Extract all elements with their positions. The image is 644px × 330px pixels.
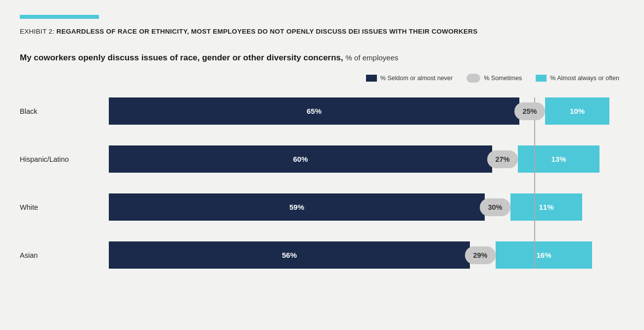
bar-dark: 59%	[109, 193, 485, 221]
bars-group: 60%27%13%	[109, 145, 624, 173]
bar-row: Hispanic/Latino60%27%13%	[109, 145, 624, 173]
legend-swatch-gray	[466, 74, 480, 83]
legend-label-dark: % Seldom or almost never	[380, 75, 453, 82]
bar-label: Asian	[20, 251, 104, 259]
legend-item-dark: % Seldom or almost never	[366, 75, 453, 82]
exhibit-title: EXHIBIT 2: REGARDLESS OF RACE OR ETHNICI…	[20, 28, 624, 35]
bar-cyan: 10%	[545, 97, 609, 125]
legend-swatch-cyan	[536, 75, 547, 82]
chart-area: Black65%25%10%Hispanic/Latino60%27%13%Wh…	[20, 97, 624, 269]
legend-item-cyan: % Almost always or often	[536, 75, 619, 82]
bars-group: 56%29%16%	[109, 241, 624, 269]
chart-title: My coworkers openly discuss issues of ra…	[20, 53, 624, 63]
bar-label: White	[20, 203, 104, 211]
legend-item-gray: % Sometimes	[466, 74, 522, 83]
bar-cyan: 13%	[518, 145, 599, 173]
bar-gray-pill: 30%	[480, 198, 510, 216]
bar-gray-pill: 25%	[514, 102, 545, 120]
bar-cyan: 16%	[496, 241, 592, 269]
bar-dark: 60%	[109, 145, 492, 173]
chart-subtitle: % of employees	[346, 53, 399, 62]
bar-gray-pill: 29%	[465, 246, 496, 264]
bar-dark: 56%	[109, 241, 470, 269]
bar-row: White59%30%11%	[109, 193, 624, 221]
exhibit-heading: REGARDLESS OF RACE OR ETHNICITY, MOST EM…	[56, 28, 478, 35]
chart-title-text: My coworkers openly discuss issues of ra…	[20, 53, 343, 62]
vertical-divider	[534, 97, 535, 269]
bars-group: 65%25%10%	[109, 97, 624, 125]
bars-group: 59%30%11%	[109, 193, 624, 221]
bar-label: Hispanic/Latino	[20, 155, 104, 163]
top-accent-bar	[20, 15, 99, 19]
bar-row: Black65%25%10%	[109, 97, 624, 125]
legend: % Seldom or almost never % Sometimes % A…	[20, 74, 624, 83]
bar-row: Asian56%29%16%	[109, 241, 624, 269]
bar-dark: 65%	[109, 97, 519, 125]
exhibit-label: EXHIBIT 2:	[20, 28, 54, 35]
bar-label: Black	[20, 107, 104, 115]
bar-cyan: 11%	[510, 193, 582, 221]
legend-swatch-dark	[366, 75, 377, 82]
legend-label-cyan: % Almost always or often	[550, 75, 619, 82]
legend-label-gray: % Sometimes	[484, 75, 522, 82]
bar-gray-pill: 27%	[487, 150, 518, 168]
